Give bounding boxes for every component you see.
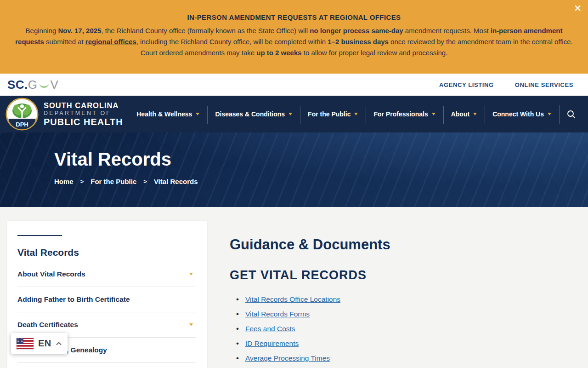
- sidebar-item-about-vital-records[interactable]: About Vital Records: [17, 262, 196, 287]
- crescent-icon: [38, 81, 50, 91]
- nav-item-label: About: [451, 110, 469, 118]
- dph-home-link[interactable]: DPH SOUTH CAROLINA DEPARTMENT OF PUBLIC …: [0, 98, 123, 131]
- list-item: •Fees and Costs: [236, 322, 579, 336]
- bullet: •: [236, 354, 245, 363]
- caret-down-icon: [354, 113, 358, 115]
- page-title: Vital Records: [54, 149, 171, 170]
- nav-item-for-the-public[interactable]: For the Public: [300, 109, 366, 120]
- nav-item-label: For Professionals: [373, 110, 428, 118]
- caret-down-icon: [189, 323, 193, 326]
- sidebar-item-label: Death Certificates: [17, 321, 78, 329]
- sidebar-item-label: Adding Father to Birth Certificate: [17, 295, 130, 304]
- content-area: Vital Records About Vital Records Adding…: [0, 207, 588, 368]
- alert-text: , the Richland County office (formally k…: [101, 27, 310, 34]
- us-flag-icon: [17, 338, 34, 349]
- brand-wordmark: SOUTH CAROLINA DEPARTMENT OF PUBLIC HEAL…: [44, 101, 123, 127]
- caret-down-icon: [189, 273, 193, 276]
- main-navigation: DPH SOUTH CAROLINA DEPARTMENT OF PUBLIC …: [0, 96, 588, 132]
- list-item: •Vital Records Office Locations: [236, 292, 579, 307]
- agency-listing-link[interactable]: AGENCY LISTING: [439, 81, 494, 88]
- utility-bar: SC.G V AGENCY LISTING ONLINE SERVICES: [0, 74, 588, 96]
- breadcrumb-separator: >: [80, 178, 84, 185]
- alert-text: amendment requests. Most: [403, 27, 491, 34]
- alert-text-bold: Nov. 17, 2025: [58, 27, 101, 34]
- brand-line2: DEPARTMENT OF: [44, 110, 123, 116]
- breadcrumb-home[interactable]: Home: [54, 178, 74, 185]
- alert-title: IN-PERSON AMENDMENT REQUESTS AT REGIONAL…: [0, 0, 588, 21]
- sidebar-heading: Vital Records: [17, 247, 196, 258]
- sidebar-item-label: , Genealogy: [67, 346, 107, 354]
- alert-text: submitted at: [44, 38, 85, 46]
- link-office-locations[interactable]: Vital Records Office Locations: [245, 295, 340, 304]
- svg-text:DPH: DPH: [16, 121, 28, 128]
- list-item: •ID Requirements: [236, 336, 579, 351]
- alert-banner: IN-PERSON AMENDMENT REQUESTS AT REGIONAL…: [0, 0, 588, 74]
- get-vital-records-heading: GET VITAL RECORDS: [230, 268, 579, 282]
- bullet: •: [236, 310, 245, 319]
- nav-item-label: For the Public: [308, 110, 351, 118]
- hero-banner: Vital Records Home > For the Public > Vi…: [0, 132, 588, 207]
- scgov-v: V: [51, 78, 59, 92]
- chevron-up-icon: [56, 342, 62, 345]
- scgov-logo[interactable]: SC.G V: [7, 78, 58, 92]
- caret-down-icon: [288, 113, 292, 115]
- scgov-dot: .: [24, 78, 28, 92]
- nav-item-health-wellness[interactable]: Health & Wellness: [129, 109, 207, 120]
- breadcrumb-separator: >: [143, 178, 147, 185]
- close-icon[interactable]: ✕: [574, 4, 582, 13]
- section-title: Guidance & Documents: [230, 236, 579, 253]
- sidebar-item-label: About Vital Records: [17, 270, 85, 278]
- main-column: Guidance & Documents GET VITAL RECORDS •…: [230, 207, 579, 368]
- decorative-rule: [17, 235, 62, 236]
- online-services-link[interactable]: ONLINE SERVICES: [515, 81, 573, 88]
- alert-body: Beginning Nov. 17, 2025, the Richland Co…: [11, 25, 577, 58]
- list-item: •Vital Records Forms: [236, 307, 579, 322]
- alert-text: Beginning: [26, 27, 58, 34]
- nav-item-for-professionals[interactable]: For Professionals: [366, 109, 443, 120]
- alert-text: , including the Richland County office, …: [136, 38, 328, 46]
- alert-text-bold: no longer process same-day: [310, 27, 403, 34]
- nav-item-connect-with-us[interactable]: Connect With Us: [485, 109, 559, 120]
- nav-menu: Health & Wellness Diseases & Conditions …: [129, 108, 583, 121]
- caret-down-icon: [548, 113, 551, 115]
- bullet: •: [236, 295, 245, 304]
- dph-logo-icon: DPH: [6, 98, 39, 131]
- brand-line1: SOUTH CAROLINA: [44, 101, 123, 109]
- caret-down-icon: [432, 113, 435, 115]
- brand-line3: PUBLIC HEALTH: [44, 117, 123, 127]
- document-link-list: •Vital Records Office Locations •Vital R…: [230, 292, 579, 368]
- language-selector[interactable]: EN: [11, 333, 68, 354]
- search-button[interactable]: [559, 108, 583, 121]
- nav-item-about[interactable]: About: [443, 109, 485, 120]
- link-id-requirements[interactable]: ID Requirements: [245, 339, 299, 348]
- nav-item-diseases-conditions[interactable]: Diseases & Conditions: [207, 109, 300, 120]
- regional-offices-link[interactable]: regional offices: [85, 38, 136, 46]
- link-forms[interactable]: Vital Records Forms: [245, 310, 310, 318]
- alert-text: to allow for proper legal review and pro…: [302, 49, 448, 57]
- breadcrumb: Home > For the Public > Vital Records: [54, 178, 198, 185]
- nav-item-label: Connect With Us: [492, 110, 544, 118]
- scgov-g: G: [28, 78, 38, 92]
- utility-links: AGENCY LISTING ONLINE SERVICES: [439, 81, 573, 88]
- breadcrumb-for-the-public[interactable]: For the Public: [90, 178, 136, 185]
- breadcrumb-current: Vital Records: [154, 178, 198, 185]
- sidebar-item-adding-father[interactable]: Adding Father to Birth Certificate: [17, 287, 196, 312]
- link-processing-times[interactable]: Average Processing Times: [245, 354, 330, 362]
- caret-down-icon: [196, 113, 199, 115]
- nav-item-label: Diseases & Conditions: [215, 110, 285, 118]
- bullet: •: [236, 339, 245, 348]
- bullet: •: [236, 324, 245, 334]
- language-code: EN: [38, 338, 51, 349]
- alert-text-bold: 1–2 business days: [328, 38, 389, 46]
- list-item: •South Carolina VRSIIS: [236, 366, 579, 368]
- search-icon: [567, 110, 576, 119]
- caret-down-icon: [473, 113, 477, 115]
- nav-item-label: Health & Wellness: [136, 110, 192, 118]
- link-fees-costs[interactable]: Fees and Costs: [245, 325, 295, 333]
- list-item: •Average Processing Times: [236, 351, 579, 366]
- alert-text-bold: up to 2 weeks: [256, 49, 301, 57]
- scgov-sc: SC: [7, 78, 24, 92]
- sidebar-item-divorce-reports[interactable]: Divorce Reports: [17, 363, 196, 368]
